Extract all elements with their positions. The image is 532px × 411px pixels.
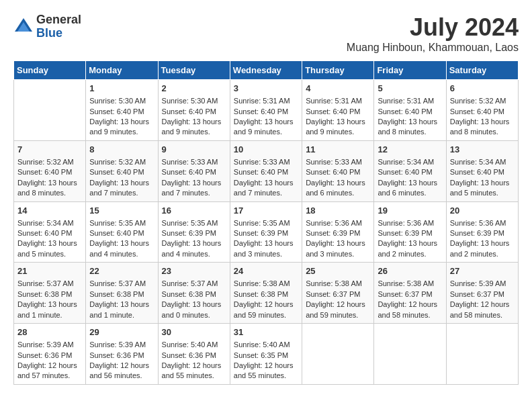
cell-content: Daylight: 13 hours xyxy=(378,117,442,127)
calendar-cell: 4Sunrise: 5:31 AMSunset: 6:40 PMDaylight… xyxy=(302,80,374,141)
day-number: 5 xyxy=(378,83,442,95)
cell-content: Sunrise: 5:40 AM xyxy=(162,340,226,350)
day-number: 30 xyxy=(162,326,226,338)
calendar-cell: 30Sunrise: 5:40 AMSunset: 6:36 PMDayligh… xyxy=(158,324,230,385)
cell-content: Sunset: 6:39 PM xyxy=(378,228,442,238)
cell-content: and 58 minutes. xyxy=(450,310,515,320)
cell-content: and 4 minutes. xyxy=(162,249,226,259)
cell-content: and 58 minutes. xyxy=(378,310,442,320)
month-title: July 2024 xyxy=(347,13,519,42)
calendar-cell: 16Sunrise: 5:35 AMSunset: 6:39 PMDayligh… xyxy=(158,201,230,263)
day-number: 6 xyxy=(450,83,515,95)
calendar-cell: 15Sunrise: 5:35 AMSunset: 6:40 PMDayligh… xyxy=(86,201,158,263)
cell-content: and 7 minutes. xyxy=(162,188,226,198)
logo-icon xyxy=(13,17,34,37)
cell-content: and 2 minutes. xyxy=(378,249,442,259)
calendar-cell: 18Sunrise: 5:36 AMSunset: 6:39 PMDayligh… xyxy=(302,201,374,263)
calendar-cell: 26Sunrise: 5:38 AMSunset: 6:37 PMDayligh… xyxy=(374,263,446,324)
day-number: 31 xyxy=(234,326,298,338)
cell-content: Sunrise: 5:31 AM xyxy=(378,96,442,106)
day-number: 9 xyxy=(162,144,226,156)
cell-content: Daylight: 13 hours xyxy=(378,178,442,188)
cell-content: Sunset: 6:37 PM xyxy=(378,289,442,300)
calendar-cell: 19Sunrise: 5:36 AMSunset: 6:39 PMDayligh… xyxy=(374,201,446,263)
cell-content: Daylight: 13 hours xyxy=(306,117,370,127)
day-number: 25 xyxy=(306,265,370,277)
calendar-body: 1Sunrise: 5:30 AMSunset: 6:40 PMDaylight… xyxy=(14,80,519,385)
cell-content: and 1 minute. xyxy=(17,310,82,320)
cell-content: Daylight: 12 hours xyxy=(378,300,442,310)
cell-content: Sunrise: 5:34 AM xyxy=(17,218,82,228)
cell-content: Sunrise: 5:35 AM xyxy=(89,218,154,228)
calendar-cell: 6Sunrise: 5:32 AMSunset: 6:40 PMDaylight… xyxy=(446,80,518,141)
cell-content: Sunset: 6:40 PM xyxy=(378,167,442,177)
calendar-cell: 27Sunrise: 5:39 AMSunset: 6:37 PMDayligh… xyxy=(446,263,518,324)
calendar-cell: 13Sunrise: 5:34 AMSunset: 6:40 PMDayligh… xyxy=(446,140,518,201)
cell-content: Sunset: 6:39 PM xyxy=(234,228,298,238)
location: Muang Hinboun, Khammouan, Laos xyxy=(347,42,519,54)
cell-content: and 0 minutes. xyxy=(162,310,226,320)
calendar-cell: 22Sunrise: 5:37 AMSunset: 6:38 PMDayligh… xyxy=(86,263,158,324)
cell-content: Daylight: 12 hours xyxy=(89,361,154,371)
calendar-week-4: 21Sunrise: 5:37 AMSunset: 6:38 PMDayligh… xyxy=(14,263,519,324)
cell-content: and 2 minutes. xyxy=(450,249,515,259)
day-number: 4 xyxy=(306,83,370,95)
cell-content: Sunrise: 5:38 AM xyxy=(378,279,442,289)
days-of-week-row: SundayMondayTuesdayWednesdayThursdayFrid… xyxy=(14,61,519,80)
cell-content: and 9 minutes. xyxy=(234,127,298,137)
cell-content: Sunset: 6:40 PM xyxy=(450,107,515,117)
cell-content: Daylight: 13 hours xyxy=(234,178,298,188)
cell-content: Sunrise: 5:30 AM xyxy=(89,96,154,106)
calendar-week-1: 1Sunrise: 5:30 AMSunset: 6:40 PMDaylight… xyxy=(14,80,519,141)
cell-content: and 57 minutes. xyxy=(17,371,82,381)
day-number: 11 xyxy=(306,144,370,156)
day-of-week-monday: Monday xyxy=(86,61,158,80)
day-number: 10 xyxy=(234,144,298,156)
day-of-week-tuesday: Tuesday xyxy=(158,61,230,80)
cell-content: and 6 minutes. xyxy=(378,188,442,198)
cell-content: Sunrise: 5:32 AM xyxy=(17,157,82,167)
calendar-cell: 28Sunrise: 5:39 AMSunset: 6:36 PMDayligh… xyxy=(14,324,86,385)
cell-content: and 7 minutes. xyxy=(234,188,298,198)
cell-content: and 8 minutes. xyxy=(378,127,442,137)
day-number: 21 xyxy=(17,265,82,277)
cell-content: Sunset: 6:37 PM xyxy=(450,289,515,300)
cell-content: Sunrise: 5:36 AM xyxy=(450,218,515,228)
cell-content: and 59 minutes. xyxy=(234,310,298,320)
cell-content: Daylight: 13 hours xyxy=(17,238,82,248)
cell-content: Daylight: 12 hours xyxy=(306,300,370,310)
day-of-week-friday: Friday xyxy=(374,61,446,80)
calendar-cell: 10Sunrise: 5:33 AMSunset: 6:40 PMDayligh… xyxy=(230,140,302,201)
day-number: 15 xyxy=(89,205,154,217)
cell-content: Sunset: 6:40 PM xyxy=(450,167,515,177)
calendar-cell: 9Sunrise: 5:33 AMSunset: 6:40 PMDaylight… xyxy=(158,140,230,201)
cell-content: Sunrise: 5:36 AM xyxy=(306,218,370,228)
calendar-cell: 2Sunrise: 5:30 AMSunset: 6:40 PMDaylight… xyxy=(158,80,230,141)
calendar-cell: 7Sunrise: 5:32 AMSunset: 6:40 PMDaylight… xyxy=(14,140,86,201)
calendar-cell: 24Sunrise: 5:38 AMSunset: 6:38 PMDayligh… xyxy=(230,263,302,324)
cell-content: Sunrise: 5:30 AM xyxy=(162,96,226,106)
cell-content: Sunset: 6:38 PM xyxy=(234,289,298,300)
calendar-cell xyxy=(14,80,86,141)
cell-content: and 9 minutes. xyxy=(162,127,226,137)
day-number: 24 xyxy=(234,265,298,277)
calendar-cell: 1Sunrise: 5:30 AMSunset: 6:40 PMDaylight… xyxy=(86,80,158,141)
cell-content: Daylight: 13 hours xyxy=(89,117,154,127)
cell-content: Sunset: 6:40 PM xyxy=(306,167,370,177)
logo-general: General xyxy=(36,13,81,27)
cell-content: Sunrise: 5:35 AM xyxy=(162,218,226,228)
cell-content: Sunset: 6:39 PM xyxy=(450,228,515,238)
day-of-week-saturday: Saturday xyxy=(446,61,518,80)
cell-content: and 7 minutes. xyxy=(89,188,154,198)
cell-content: Daylight: 12 hours xyxy=(17,361,82,371)
cell-content: Sunrise: 5:37 AM xyxy=(162,279,226,289)
cell-content: and 55 minutes. xyxy=(234,371,298,381)
page-header: General Blue July 2024 Muang Hinboun, Kh… xyxy=(13,13,519,54)
cell-content: Sunset: 6:38 PM xyxy=(89,289,154,300)
cell-content: Sunrise: 5:33 AM xyxy=(234,157,298,167)
cell-content: Daylight: 13 hours xyxy=(89,178,154,188)
calendar-header: SundayMondayTuesdayWednesdayThursdayFrid… xyxy=(14,61,519,80)
calendar-week-2: 7Sunrise: 5:32 AMSunset: 6:40 PMDaylight… xyxy=(14,140,519,201)
cell-content: and 5 minutes. xyxy=(450,188,515,198)
cell-content: and 9 minutes. xyxy=(89,127,154,137)
